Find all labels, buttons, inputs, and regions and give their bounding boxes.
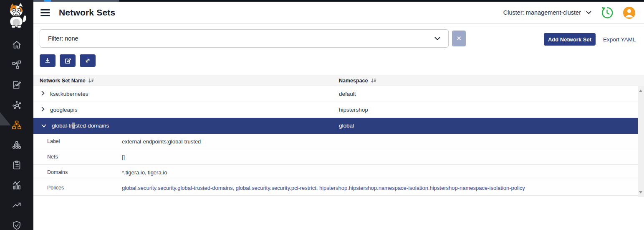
detail-value: *.tigera.io, tigera.io [122, 169, 638, 176]
sidebar-item-flow-visualizations[interactable] [12, 60, 22, 70]
sidebar-item-metrics[interactable] [12, 180, 22, 190]
network-set-namespace: global [339, 123, 638, 129]
scroll-down-arrow-icon[interactable] [639, 191, 642, 194]
detail-row-label: Label external-endpoints:global-trusted [33, 134, 638, 149]
table-row-kse-kubernetes[interactable]: kse.kubernetes default [33, 86, 638, 102]
sidebar-item-policies[interactable] [12, 80, 22, 90]
table-row-googleapis[interactable]: googleapis hipstershop [33, 102, 638, 118]
column-header-name[interactable]: Network Set Name [33, 78, 339, 84]
trend-arrow-icon [12, 200, 22, 210]
filter-dropdown[interactable]: Filter: none [40, 29, 449, 48]
sort-icon[interactable] [371, 78, 376, 83]
close-icon: ✕ [456, 35, 462, 42]
expand-diagonal-icon [84, 57, 91, 64]
sidebar-corner-wedge [0, 112, 11, 125]
clusters-icon [12, 140, 22, 150]
vertical-scrollbar[interactable] [638, 86, 644, 197]
edit-icon [64, 57, 71, 64]
chevron-down-icon [434, 37, 440, 41]
chevron-right-icon[interactable] [41, 91, 45, 97]
flow-topology-icon [12, 60, 22, 70]
sidebar-item-home[interactable] [12, 40, 22, 50]
detail-row-nets: Nets [] [33, 149, 638, 165]
network-set-name: kse.kubernetes [50, 91, 88, 97]
network-sets-table: Network Set Name Namespace [33, 75, 644, 196]
cluster-selector[interactable]: Cluster: management-cluster [503, 9, 591, 16]
column-header-namespace[interactable]: Namespace [339, 78, 644, 84]
browser-tab-accent [44, 0, 51, 2]
action-buttons-row [33, 54, 644, 67]
sidebar-item-trends[interactable] [12, 200, 22, 210]
service-graph-icon [12, 100, 22, 110]
chevron-down-icon[interactable] [41, 123, 46, 129]
download-button[interactable] [40, 54, 56, 67]
history-button[interactable] [601, 6, 614, 19]
cluster-selector-label: Cluster: management-cluster [503, 9, 581, 16]
detail-row-polices: Polices global.security.security.global-… [33, 180, 638, 196]
network-set-name: googleapis [50, 107, 77, 113]
sidebar-item-compliance-reports[interactable] [12, 160, 22, 170]
detail-value: external-endpoints:global-trusted [122, 138, 638, 145]
browser-top-strip [0, 0, 644, 2]
scroll-up-arrow-icon[interactable] [639, 89, 642, 92]
sidebar [0, 0, 33, 230]
network-set-namespace: default [339, 91, 638, 97]
page-title: Network Sets [59, 8, 115, 18]
chart-metrics-icon [12, 180, 22, 190]
user-avatar-icon [623, 6, 636, 19]
topbar: Network Sets Cluster: management-cluster [33, 2, 644, 24]
filter-toolbar: Filter: none ✕ Add Network Set Export YA… [33, 24, 644, 54]
table-row-global-trusted-domains[interactable]: global-trusted-domains global [33, 118, 638, 134]
download-icon [44, 57, 51, 64]
chevron-right-icon[interactable] [41, 107, 45, 113]
sidebar-item-threat-defense[interactable] [12, 220, 22, 230]
export-yaml-link[interactable]: Export YAML [603, 33, 636, 46]
user-menu-button[interactable] [623, 6, 636, 19]
history-icon [601, 6, 614, 19]
sidebar-item-clusters[interactable] [12, 140, 22, 150]
filter-value: Filter: none [48, 35, 78, 42]
table-header: Network Set Name Namespace [33, 75, 644, 86]
table-rows: kse.kubernetes default googleapis hipste… [33, 86, 638, 196]
shield-check-icon [12, 220, 22, 230]
calico-cat-logo [5, 2, 29, 28]
policy-edit-icon [12, 80, 22, 90]
clipboard-icon [12, 160, 22, 170]
detail-row-domains: Domains *.tigera.io, tigera.io [33, 165, 638, 180]
add-network-set-button[interactable]: Add Network Set [544, 33, 596, 46]
table-body: kse.kubernetes default googleapis hipste… [33, 86, 644, 196]
chevron-down-icon [586, 11, 591, 14]
hamburger-menu-icon[interactable] [40, 9, 50, 16]
policy-links[interactable]: global.security.security.global-trusted-… [122, 185, 638, 191]
edit-button[interactable] [60, 54, 76, 67]
network-sets-icon [12, 120, 22, 130]
clear-filter-button[interactable]: ✕ [452, 31, 466, 46]
detail-value: [] [122, 154, 638, 160]
sort-icon[interactable] [88, 78, 94, 83]
network-set-namespace: hipstershop [339, 107, 638, 113]
sidebar-item-service-graph[interactable] [12, 100, 22, 110]
main-area: Network Sets Cluster: management-cluster [33, 2, 644, 230]
topbar-right: Cluster: management-cluster [503, 6, 636, 19]
expand-button[interactable] [80, 54, 96, 67]
sidebar-nav [0, 40, 33, 230]
network-set-name: global-trusted-domains [52, 123, 109, 129]
sidebar-item-network-sets[interactable] [12, 120, 22, 130]
home-icon [12, 40, 22, 50]
